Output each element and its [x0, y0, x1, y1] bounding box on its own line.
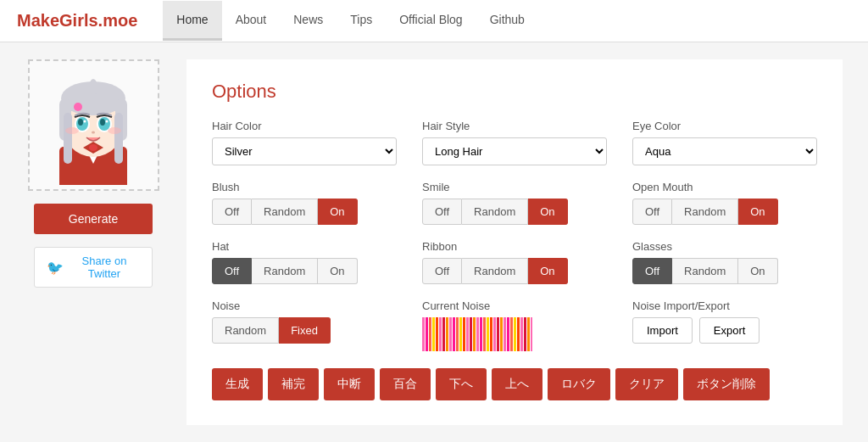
svg-point-17	[84, 120, 86, 122]
glassesToggle-random[interactable]: Random	[672, 258, 738, 284]
twitter-icon: 🐦	[47, 260, 64, 276]
svg-point-20	[108, 127, 121, 134]
noise-stripe-13	[466, 317, 469, 351]
noise-stripe-26	[510, 317, 513, 351]
nav-item-news[interactable]: News	[280, 1, 337, 41]
nav-item-about[interactable]: About	[222, 1, 281, 41]
noise-stripe-6	[442, 317, 445, 351]
current-noise-label: Current Noise	[422, 299, 607, 312]
ribbon-label: Ribbon	[422, 240, 607, 253]
glasses-group: Glasses OffRandomOn	[632, 240, 817, 284]
hatToggle-off[interactable]: Off	[212, 258, 252, 284]
openMouthToggle-off[interactable]: Off	[632, 199, 672, 225]
smileToggle-on[interactable]: On	[528, 199, 567, 225]
svg-point-16	[100, 119, 105, 126]
hair-color-label: Hair Color	[212, 120, 397, 132]
hatToggle-random[interactable]: Random	[252, 258, 318, 284]
export-button[interactable]: Export	[699, 317, 760, 344]
smileToggle-random[interactable]: Random	[462, 199, 528, 225]
noise-stripe-28	[517, 317, 520, 351]
hair-style-select[interactable]: RandomLong HairShort HairTwin TailsPonyt…	[422, 137, 607, 165]
hat-group: Hat OffRandomOn	[212, 240, 397, 284]
action-btn-中断[interactable]: 中断	[324, 368, 375, 400]
ribbonToggle-off[interactable]: Off	[422, 258, 462, 284]
nav-item-official-blog[interactable]: Official Blog	[386, 1, 476, 41]
eye-color-label: Eye Color	[632, 120, 817, 132]
eye-color-select[interactable]: RandomAquaBlueRedBrownGreenPurpleYellowP…	[632, 137, 817, 165]
action-btn-百合[interactable]: 百合	[380, 368, 431, 400]
noise-group: Noise RandomFixed	[212, 299, 397, 351]
noise-stripe-16	[476, 317, 479, 351]
blush-label: Blush	[212, 181, 397, 193]
noise-stripe-14	[470, 317, 472, 351]
svg-rect-7	[64, 113, 72, 164]
blushToggle-off[interactable]: Off	[212, 199, 252, 225]
hair-color-select[interactable]: RandomSilverBlondeBrownBlackBluePinkRedP…	[212, 137, 397, 165]
noise-stripe-25	[507, 317, 509, 351]
noise-stripe-19	[487, 317, 489, 351]
header: MakeGirls.moe HomeAboutNewsTipsOfficial …	[0, 0, 868, 42]
hatToggle-on[interactable]: On	[318, 258, 357, 284]
blushToggle-on[interactable]: On	[318, 199, 357, 225]
open-mouth-label: Open Mouth	[632, 181, 817, 193]
action-btn-クリア[interactable]: クリア	[615, 368, 678, 400]
noise-stripe-8	[449, 317, 452, 351]
noiseToggle-random[interactable]: Random	[212, 317, 279, 344]
action-btn-ボタン削除[interactable]: ボタン削除	[683, 368, 770, 400]
action-btn-下へ[interactable]: 下へ	[436, 368, 487, 400]
blush-toggle: OffRandomOn	[212, 199, 397, 225]
noise-stripe-17	[480, 317, 482, 351]
noise-label: Noise	[212, 299, 397, 312]
options-panel: Options Hair Color RandomSilverBlondeBro…	[186, 59, 843, 425]
nav-item-home[interactable]: Home	[163, 1, 221, 41]
smileToggle-off[interactable]: Off	[422, 199, 462, 225]
main-container: Generate 🐦 Share on Twitter Options Hair…	[0, 42, 868, 442]
openMouthToggle-on[interactable]: On	[738, 199, 777, 225]
noise-stripe-31	[527, 317, 530, 351]
hair-style-label: Hair Style	[422, 120, 607, 132]
glasses-label: Glasses	[632, 240, 817, 253]
twitter-share-button[interactable]: 🐦 Share on Twitter	[34, 247, 153, 288]
noise-stripe-12	[463, 317, 465, 351]
svg-point-18	[106, 120, 108, 122]
noise-bar	[422, 317, 532, 351]
noise-stripe-27	[514, 317, 516, 351]
glassesToggle-on[interactable]: On	[738, 258, 777, 284]
nav-item-github[interactable]: Github	[476, 1, 538, 41]
nav-item-tips[interactable]: Tips	[337, 1, 386, 41]
generate-button[interactable]: Generate	[34, 204, 153, 234]
noise-stripe-18	[483, 317, 486, 351]
noise-stripe-29	[520, 317, 523, 351]
noise-stripe-1	[426, 317, 428, 351]
eye-color-group: Eye Color RandomAquaBlueRedBrownGreenPur…	[632, 120, 817, 165]
glassesToggle-off[interactable]: Off	[632, 258, 672, 284]
noise-stripe-9	[453, 317, 455, 351]
import-export-buttons: Import Export	[632, 317, 817, 344]
smile-toggle: OffRandomOn	[422, 199, 607, 225]
noise-stripe-2	[429, 317, 431, 351]
blush-group: Blush OffRandomOn	[212, 181, 397, 225]
svg-point-19	[65, 127, 79, 134]
smile-group: Smile OffRandomOn	[422, 181, 607, 225]
action-btn-補完[interactable]: 補完	[268, 368, 319, 400]
svg-point-10	[74, 103, 82, 111]
ribbonToggle-on[interactable]: On	[528, 258, 567, 284]
ribbon-group: Ribbon OffRandomOn	[422, 240, 607, 284]
ribbonToggle-random[interactable]: Random	[462, 258, 528, 284]
noise-stripe-32	[531, 317, 532, 351]
openMouthToggle-random[interactable]: Random	[672, 199, 738, 225]
blushToggle-random[interactable]: Random	[252, 199, 318, 225]
action-btn-上へ[interactable]: 上へ	[492, 368, 542, 400]
action-btn-ロバク[interactable]: ロバク	[548, 368, 610, 400]
logo[interactable]: MakeGirls.moe	[17, 11, 137, 31]
noise-stripe-10	[456, 317, 459, 351]
action-btn-生成[interactable]: 生成	[212, 368, 263, 400]
hat-toggle: OffRandomOn	[212, 258, 397, 284]
svg-point-23	[89, 144, 97, 151]
noiseToggle-fixed[interactable]: Fixed	[279, 317, 331, 344]
noise-stripe-20	[490, 317, 492, 351]
import-button[interactable]: Import	[632, 317, 693, 344]
main-nav: HomeAboutNewsTipsOfficial BlogGithub	[163, 1, 538, 41]
hat-label: Hat	[212, 240, 397, 253]
current-noise-group: Current Noise	[422, 299, 607, 351]
